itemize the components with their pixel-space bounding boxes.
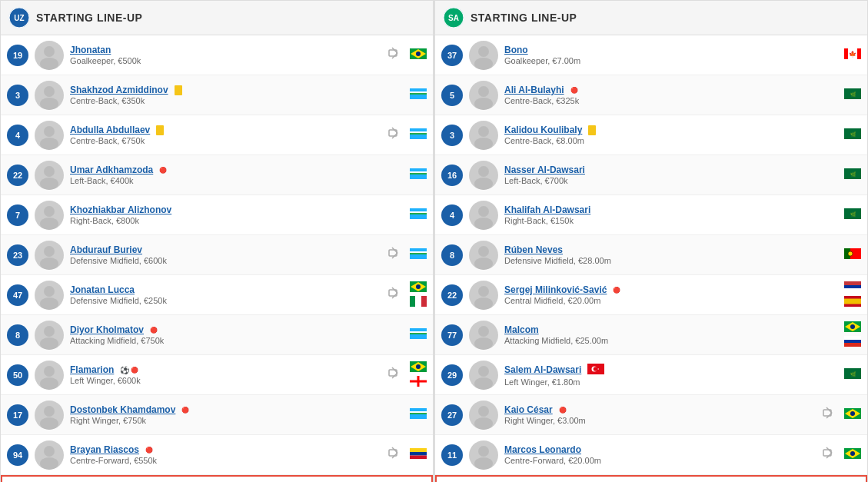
player-name-row: Khozhiakbar Alizhonov [70, 204, 385, 215]
player-number: 27 [441, 404, 463, 426]
svg-rect-35 [410, 213, 427, 214]
svg-rect-36 [410, 214, 427, 219]
player-name-link[interactable]: Malcom [504, 324, 539, 335]
player-name-link[interactable]: Rúben Neves [504, 244, 563, 255]
sub-icon [388, 247, 402, 263]
player-row: 94 Brayan Riascos🔴Centre-Forward, €550k [1, 435, 433, 475]
svg-point-58 [40, 337, 58, 350]
tr-flag-icon [587, 364, 604, 377]
player-row: 19 JhonatanGoalkeeper, €500k [1, 35, 433, 75]
player-flags: 🌿 [844, 368, 861, 381]
player-name-link[interactable]: Khozhiakbar Alizhonov [70, 204, 171, 215]
flag-sa-icon: 🌿 [844, 368, 861, 381]
main-container: UZ STARTING LINE-UP 19 JhonatanGoalkeepe… [0, 0, 868, 482]
flag-ru-icon [844, 336, 861, 349]
player-name-link[interactable]: Abdulla Abdullaev [70, 125, 150, 135]
svg-rect-128 [844, 336, 861, 340]
player-name-link[interactable]: Kaio César [504, 404, 553, 415]
svg-point-112 [474, 258, 493, 270]
svg-point-104 [474, 178, 493, 190]
player-number: 37 [441, 45, 463, 66]
svg-point-37 [44, 246, 55, 257]
svg-text:UZ: UZ [14, 14, 24, 22]
player-name-row: Salem Al-Dawsari [504, 364, 820, 377]
player-avatar [35, 241, 64, 270]
player-name-link[interactable]: Ali Al-Bulayhi [504, 85, 564, 95]
player-details: Defensive Midfield, €250k [70, 296, 385, 305]
player-info: Marcos LeonardoCentre-Forward, €20.00m [504, 444, 820, 465]
player-details: Centre-Forward, €20.00m [504, 456, 820, 465]
player-name-row: Jonatan Lucca [70, 284, 385, 295]
player-details: Left Winger, €1.80m [504, 377, 820, 387]
player-name-link[interactable]: Jonatan Lucca [70, 284, 135, 295]
svg-rect-120 [844, 288, 861, 292]
flag-sa-icon: 🌿 [844, 208, 861, 221]
svg-point-80 [44, 446, 55, 457]
player-name-link[interactable]: Bono [504, 45, 528, 55]
player-flags [410, 48, 427, 61]
player-name-link[interactable]: Nasser Al-Dawsari [504, 165, 585, 175]
player-name-link[interactable]: Khalifah Al-Dawsari [504, 204, 590, 215]
team-right-header: SA STARTING LINE-UP [435, 1, 867, 35]
svg-point-95 [478, 86, 489, 97]
flag-br-icon [844, 408, 861, 421]
player-info: Sergej Milinković-Savić🔴Central Midfield… [504, 284, 820, 305]
svg-point-17 [40, 138, 58, 150]
player-inline-icons: 🔴 [145, 447, 153, 454]
svg-rect-87 [410, 456, 427, 460]
player-info: Rúben NevesDefensive Midfield, €28.00m [504, 244, 820, 265]
team-right-footer: Foreigners: 7 (63.6%) Avg. age: 28.9 Pur… [435, 475, 867, 482]
svg-point-123 [478, 326, 489, 337]
player-number: 22 [7, 165, 28, 186]
player-inline-icons: 🔴 [150, 327, 158, 334]
player-number: 8 [441, 244, 463, 266]
svg-rect-129 [844, 340, 861, 343]
player-name-link[interactable]: Kalidou Koulibaly [504, 125, 582, 135]
player-name-link[interactable]: Abdurauf Buriev [70, 244, 142, 255]
left-players-list: 19 JhonatanGoalkeeper, €500k3 Shakhzod A… [1, 35, 433, 475]
player-row: 8 Rúben NevesDefensive Midfield, €28.00m [435, 235, 867, 275]
player-inline-icons [587, 364, 604, 377]
sub-icon [823, 407, 836, 423]
player-avatar [469, 161, 498, 190]
player-inline-icons: 🔴 [570, 87, 578, 94]
player-details: Left Winger, €600k [70, 376, 385, 385]
player-info: Kalidou KoulibalyCentre-Back, €8.00m [504, 125, 820, 145]
svg-rect-62 [410, 334, 427, 339]
player-flags [410, 448, 427, 461]
player-avatar [35, 281, 64, 310]
player-details: Right Winger, €3.00m [504, 416, 820, 425]
player-name-link[interactable]: Brayan Riascos [70, 444, 139, 455]
player-name-link[interactable]: Salem Al-Dawsari [504, 364, 581, 375]
svg-point-115 [848, 251, 853, 256]
svg-point-140 [474, 417, 493, 430]
player-name-link[interactable]: Umar Adkhamzoda [70, 165, 153, 175]
player-name-link[interactable]: Sergej Milinković-Savić [504, 284, 607, 295]
team-left-footer: Foreigners: 4 (36.4%) Avg. age: 27.7 Pur… [1, 475, 433, 482]
player-name-row: Shakhzod Azmiddinov [70, 85, 385, 95]
player-avatar [469, 440, 498, 470]
svg-rect-15 [410, 95, 427, 99]
player-row: 50 Flamarion⚽🔴Left Winger, €600k [1, 355, 433, 395]
player-name-link[interactable]: Flamarion [70, 364, 114, 375]
player-name-link[interactable]: Jhonatan [70, 45, 111, 55]
player-details: Centre-Back, €350k [70, 96, 385, 105]
player-avatar [469, 241, 498, 270]
player-name-link[interactable]: Dostonbek Khamdamov [70, 404, 175, 415]
ball-icon: ⚽ [120, 366, 129, 374]
player-inline-icons: 🔴 [181, 407, 189, 414]
player-flags [844, 408, 861, 421]
player-name-link[interactable]: Diyor Kholmatov [70, 324, 144, 335]
player-row: 22 Umar Adkhamzoda🔴Left-Back, €400k [1, 155, 433, 195]
svg-point-9 [416, 52, 421, 56]
player-name-link[interactable]: Marcos Leonardo [504, 444, 581, 455]
player-row: 3 Kalidou KoulibalyCentre-Back, €8.00m🌿 [435, 115, 867, 155]
player-row: 27 Kaio César🔴Right Winger, €3.00m [435, 395, 867, 435]
player-number: 29 [441, 364, 463, 386]
player-details: Right-Back, €800k [70, 216, 385, 225]
player-name-link[interactable]: Shakhzod Azmiddinov [70, 85, 168, 95]
player-info: Dostonbek Khamdamov🔴Right Winger, €750k [70, 404, 385, 425]
svg-rect-85 [410, 448, 427, 452]
svg-point-16 [44, 126, 55, 137]
flag-br-icon [410, 361, 427, 374]
